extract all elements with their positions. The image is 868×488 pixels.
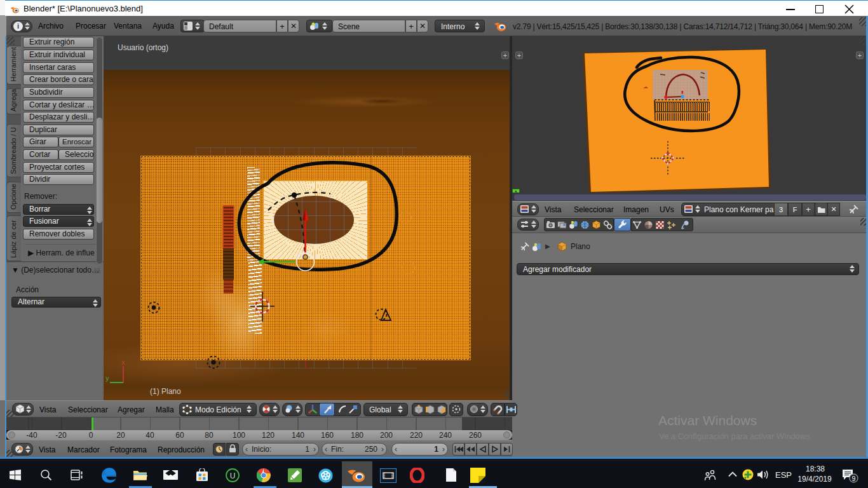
svg-text:x: x (121, 358, 125, 366)
svg-text:y: y (105, 374, 109, 382)
svg-text:9: 9 (852, 475, 856, 482)
svg-text:U: U (230, 471, 236, 480)
